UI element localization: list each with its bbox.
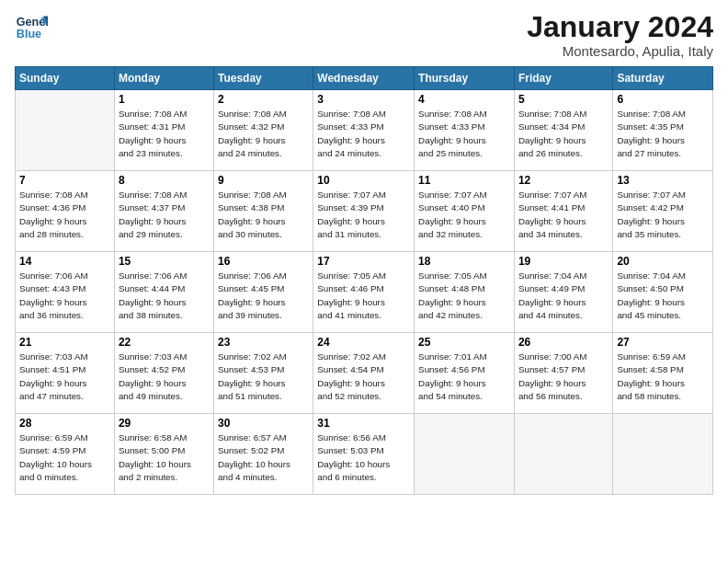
col-friday: Friday xyxy=(514,67,612,90)
day-info: Sunrise: 7:08 AMSunset: 4:33 PMDaylight:… xyxy=(317,108,410,160)
calendar-cell xyxy=(613,414,713,495)
calendar-cell: 17Sunrise: 7:05 AMSunset: 4:46 PMDayligh… xyxy=(313,252,415,333)
day-info: Sunrise: 7:07 AMSunset: 4:42 PMDaylight:… xyxy=(617,189,709,241)
calendar-cell: 11Sunrise: 7:07 AMSunset: 4:40 PMDayligh… xyxy=(415,171,515,252)
day-number: 27 xyxy=(617,336,709,349)
day-info: Sunrise: 7:05 AMSunset: 4:46 PMDaylight:… xyxy=(317,270,410,322)
svg-text:Blue: Blue xyxy=(17,28,41,40)
title-block: January 2024 Montesardo, Apulia, Italy xyxy=(527,11,713,59)
calendar-cell: 16Sunrise: 7:06 AMSunset: 4:45 PMDayligh… xyxy=(213,252,313,333)
day-info: Sunrise: 7:08 AMSunset: 4:37 PMDaylight:… xyxy=(119,189,210,241)
day-number: 22 xyxy=(119,336,210,349)
day-number: 25 xyxy=(418,336,510,349)
day-info: Sunrise: 7:02 AMSunset: 4:54 PMDaylight:… xyxy=(317,350,410,403)
day-number: 31 xyxy=(317,417,410,430)
day-info: Sunrise: 6:59 AMSunset: 4:58 PMDaylight:… xyxy=(617,350,709,403)
calendar-cell xyxy=(415,414,515,495)
col-saturday: Saturday xyxy=(613,67,713,90)
header: General Blue January 2024 Montesardo, Ap… xyxy=(15,11,713,59)
calendar-cell: 9Sunrise: 7:08 AMSunset: 4:38 PMDaylight… xyxy=(213,171,313,252)
day-info: Sunrise: 7:08 AMSunset: 4:31 PMDaylight:… xyxy=(119,108,210,160)
calendar-cell: 4Sunrise: 7:08 AMSunset: 4:33 PMDaylight… xyxy=(415,90,515,171)
day-info: Sunrise: 7:06 AMSunset: 4:44 PMDaylight:… xyxy=(119,270,210,322)
day-info: Sunrise: 7:08 AMSunset: 4:32 PMDaylight:… xyxy=(218,108,309,160)
calendar-cell: 8Sunrise: 7:08 AMSunset: 4:37 PMDaylight… xyxy=(114,171,213,252)
day-number: 8 xyxy=(119,174,210,187)
day-info: Sunrise: 7:07 AMSunset: 4:40 PMDaylight:… xyxy=(418,189,510,241)
logo-icon: General Blue xyxy=(15,11,48,44)
day-number: 19 xyxy=(518,255,609,268)
calendar-cell: 18Sunrise: 7:05 AMSunset: 4:48 PMDayligh… xyxy=(415,252,515,333)
calendar-table: Sunday Monday Tuesday Wednesday Thursday… xyxy=(15,66,713,495)
calendar-cell: 2Sunrise: 7:08 AMSunset: 4:32 PMDaylight… xyxy=(213,90,313,171)
day-number: 3 xyxy=(317,93,410,106)
day-number: 24 xyxy=(317,336,410,349)
day-number: 4 xyxy=(418,93,510,106)
day-info: Sunrise: 7:08 AMSunset: 4:36 PMDaylight:… xyxy=(19,189,110,241)
day-info: Sunrise: 7:08 AMSunset: 4:34 PMDaylight:… xyxy=(518,108,609,160)
day-number: 23 xyxy=(218,336,309,349)
day-number: 20 xyxy=(617,255,709,268)
day-info: Sunrise: 7:08 AMSunset: 4:38 PMDaylight:… xyxy=(218,189,309,241)
calendar-cell: 7Sunrise: 7:08 AMSunset: 4:36 PMDaylight… xyxy=(16,171,115,252)
subtitle: Montesardo, Apulia, Italy xyxy=(527,43,713,59)
calendar-week-3: 14Sunrise: 7:06 AMSunset: 4:43 PMDayligh… xyxy=(16,252,713,333)
calendar-week-2: 7Sunrise: 7:08 AMSunset: 4:36 PMDaylight… xyxy=(16,171,713,252)
day-number: 29 xyxy=(119,417,210,430)
day-info: Sunrise: 6:59 AMSunset: 4:59 PMDaylight:… xyxy=(19,431,110,484)
calendar-cell: 26Sunrise: 7:00 AMSunset: 4:57 PMDayligh… xyxy=(514,333,612,414)
day-number: 26 xyxy=(518,336,609,349)
day-number: 15 xyxy=(119,255,210,268)
day-number: 6 xyxy=(617,93,709,106)
calendar-week-4: 21Sunrise: 7:03 AMSunset: 4:51 PMDayligh… xyxy=(16,333,713,414)
day-info: Sunrise: 7:07 AMSunset: 4:39 PMDaylight:… xyxy=(317,189,410,241)
calendar-cell: 22Sunrise: 7:03 AMSunset: 4:52 PMDayligh… xyxy=(114,333,213,414)
day-info: Sunrise: 7:07 AMSunset: 4:41 PMDaylight:… xyxy=(518,189,609,241)
day-info: Sunrise: 7:04 AMSunset: 4:50 PMDaylight:… xyxy=(617,270,709,322)
calendar-cell: 28Sunrise: 6:59 AMSunset: 4:59 PMDayligh… xyxy=(16,414,115,495)
day-number: 21 xyxy=(19,336,110,349)
calendar-cell: 12Sunrise: 7:07 AMSunset: 4:41 PMDayligh… xyxy=(514,171,612,252)
day-info: Sunrise: 6:56 AMSunset: 5:03 PMDaylight:… xyxy=(317,431,410,484)
calendar-cell: 21Sunrise: 7:03 AMSunset: 4:51 PMDayligh… xyxy=(16,333,115,414)
calendar-cell: 5Sunrise: 7:08 AMSunset: 4:34 PMDaylight… xyxy=(514,90,612,171)
day-number: 2 xyxy=(218,93,309,106)
calendar-cell: 10Sunrise: 7:07 AMSunset: 4:39 PMDayligh… xyxy=(313,171,415,252)
calendar-cell: 27Sunrise: 6:59 AMSunset: 4:58 PMDayligh… xyxy=(613,333,713,414)
page: General Blue January 2024 Montesardo, Ap… xyxy=(0,0,728,563)
day-info: Sunrise: 7:03 AMSunset: 4:52 PMDaylight:… xyxy=(119,350,210,403)
day-info: Sunrise: 7:06 AMSunset: 4:45 PMDaylight:… xyxy=(218,270,309,322)
calendar-cell: 14Sunrise: 7:06 AMSunset: 4:43 PMDayligh… xyxy=(16,252,115,333)
calendar-cell: 1Sunrise: 7:08 AMSunset: 4:31 PMDaylight… xyxy=(114,90,213,171)
day-number: 16 xyxy=(218,255,309,268)
col-wednesday: Wednesday xyxy=(313,67,415,90)
calendar-cell: 29Sunrise: 6:58 AMSunset: 5:00 PMDayligh… xyxy=(114,414,213,495)
day-number: 1 xyxy=(119,93,210,106)
calendar-cell: 3Sunrise: 7:08 AMSunset: 4:33 PMDaylight… xyxy=(313,90,415,171)
day-number: 28 xyxy=(19,417,110,430)
day-number: 30 xyxy=(218,417,309,430)
day-info: Sunrise: 7:08 AMSunset: 4:35 PMDaylight:… xyxy=(617,108,709,160)
day-number: 11 xyxy=(418,174,510,187)
day-info: Sunrise: 7:06 AMSunset: 4:43 PMDaylight:… xyxy=(19,270,110,322)
calendar-cell: 23Sunrise: 7:02 AMSunset: 4:53 PMDayligh… xyxy=(213,333,313,414)
calendar-cell: 24Sunrise: 7:02 AMSunset: 4:54 PMDayligh… xyxy=(313,333,415,414)
calendar-cell: 6Sunrise: 7:08 AMSunset: 4:35 PMDaylight… xyxy=(613,90,713,171)
col-thursday: Thursday xyxy=(415,67,515,90)
day-number: 13 xyxy=(617,174,709,187)
month-title: January 2024 xyxy=(527,11,713,43)
calendar-cell: 31Sunrise: 6:56 AMSunset: 5:03 PMDayligh… xyxy=(313,414,415,495)
calendar-header-row: Sunday Monday Tuesday Wednesday Thursday… xyxy=(16,67,713,90)
calendar-cell: 15Sunrise: 7:06 AMSunset: 4:44 PMDayligh… xyxy=(114,252,213,333)
logo: General Blue xyxy=(15,11,48,44)
day-info: Sunrise: 7:03 AMSunset: 4:51 PMDaylight:… xyxy=(19,350,110,403)
day-number: 10 xyxy=(317,174,410,187)
day-number: 14 xyxy=(19,255,110,268)
calendar-cell xyxy=(16,90,115,171)
day-info: Sunrise: 7:05 AMSunset: 4:48 PMDaylight:… xyxy=(418,270,510,322)
day-number: 9 xyxy=(218,174,309,187)
col-sunday: Sunday xyxy=(16,67,115,90)
day-number: 17 xyxy=(317,255,410,268)
col-tuesday: Tuesday xyxy=(213,67,313,90)
calendar-cell: 20Sunrise: 7:04 AMSunset: 4:50 PMDayligh… xyxy=(613,252,713,333)
